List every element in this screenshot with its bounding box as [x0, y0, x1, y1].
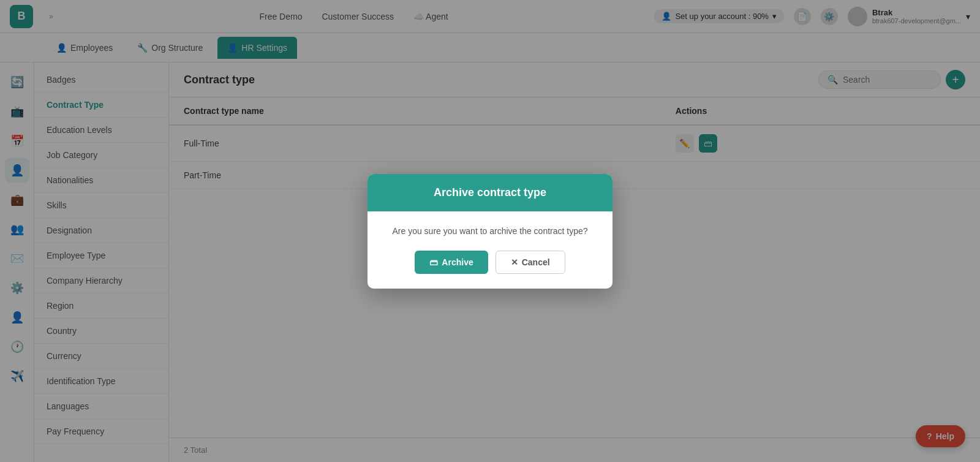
archive-confirm-button[interactable]: 🗃 Archive — [415, 251, 488, 274]
modal-title: Archive contract type — [434, 186, 546, 199]
modal-overlay[interactable]: Archive contract type Are you sure you w… — [0, 0, 980, 462]
modal-message: Are you sure you want to archive the con… — [382, 226, 598, 236]
archive-btn-icon: 🗃 — [429, 257, 438, 267]
modal-actions: 🗃 Archive ✕ Cancel — [368, 251, 612, 289]
cancel-button[interactable]: ✕ Cancel — [496, 251, 565, 274]
modal-header: Archive contract type — [368, 174, 612, 211]
archive-modal: Archive contract type Are you sure you w… — [368, 174, 612, 289]
modal-body: Are you sure you want to archive the con… — [368, 211, 612, 251]
cancel-btn-icon: ✕ — [511, 257, 518, 267]
